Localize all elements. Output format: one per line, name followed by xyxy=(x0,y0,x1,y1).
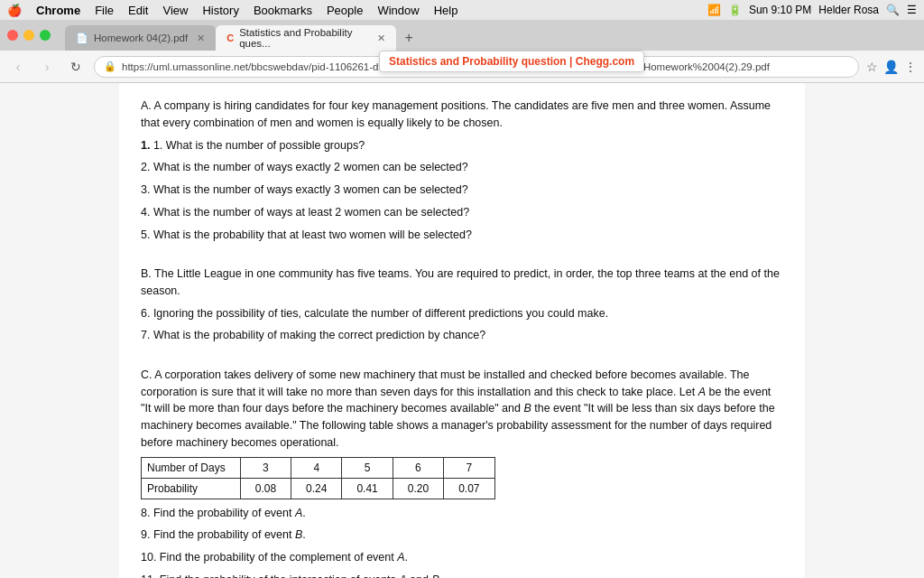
section-b-q6: 6. Ignoring the possibility of ties, cal… xyxy=(141,305,783,322)
section-a-q2: 2. What is the number of ways exactly 2 … xyxy=(141,159,783,176)
section-a-q3: 3. What is the number of ways exactly 3 … xyxy=(141,182,783,199)
chegg-tooltip: Statistics and Probability question | Ch… xyxy=(379,51,644,72)
section-a-q4: 4. What is the number of ways at least 2… xyxy=(141,204,783,221)
apple-menu[interactable]: 🍎 xyxy=(7,4,22,17)
account-icon[interactable]: 👤 xyxy=(883,60,899,74)
menu-window[interactable]: Window xyxy=(377,4,419,17)
table-days-6: 6 xyxy=(393,457,443,478)
battery-icon: 🔋 xyxy=(728,4,742,16)
tab-homework-pdf[interactable]: 📄 Homework 04(2).pdf ✕ xyxy=(65,25,216,51)
section-b-intro: B. The Little League in one community ha… xyxy=(141,266,783,300)
tab-close-2[interactable]: ✕ xyxy=(377,33,385,44)
section-c-intro: C. A corporation takes delivery of some … xyxy=(141,367,783,452)
menu-people[interactable]: People xyxy=(327,4,363,17)
minimize-button[interactable] xyxy=(23,30,34,41)
menu-chrome[interactable]: Chrome xyxy=(36,4,80,17)
menu-help[interactable]: Help xyxy=(434,4,458,17)
more-options-icon[interactable]: ⋮ xyxy=(904,60,917,74)
table-header-label: Number of Days xyxy=(142,457,241,478)
section-a-intro: A. A company is hiring candidates for fo… xyxy=(141,98,783,132)
tab-label-2: Statistics and Probability ques... xyxy=(239,27,368,49)
table-prob-3: 0.08 xyxy=(240,478,291,499)
time-display: Sun 9:10 PM xyxy=(749,4,811,16)
tab-label-1: Homework 04(2).pdf xyxy=(94,33,188,43)
close-button[interactable] xyxy=(7,30,18,41)
browser-content[interactable]: A. A company is hiring candidates for fo… xyxy=(0,83,924,578)
table-prob-label: Probability xyxy=(142,478,241,499)
section-c-q9: 9. Find the probability of event B. xyxy=(141,527,783,544)
menu-file[interactable]: File xyxy=(95,4,114,17)
tab-close-1[interactable]: ✕ xyxy=(197,33,205,44)
back-button[interactable]: ‹ xyxy=(7,60,29,74)
refresh-button[interactable]: ↻ xyxy=(65,60,87,74)
tab-statistics[interactable]: C Statistics and Probability ques... ✕ xyxy=(216,25,396,51)
table-prob-6: 0.20 xyxy=(393,478,443,499)
table-prob-5: 0.41 xyxy=(342,478,393,499)
section-c-q11: 11. Find the probability of the intersec… xyxy=(141,572,783,578)
section-c-q8: 8. Find the probability of event A. xyxy=(141,505,783,522)
forward-button[interactable]: › xyxy=(36,60,58,74)
lock-icon: 🔒 xyxy=(104,61,116,72)
section-b-q7: 7. What is the probability of making the… xyxy=(141,327,783,344)
wifi-icon: 📶 xyxy=(707,4,721,16)
section-a-q1: 1. 1. What is the number of possible gro… xyxy=(141,137,783,154)
table-prob-4: 0.24 xyxy=(291,478,342,499)
table-prob-7: 0.07 xyxy=(444,478,494,499)
menu-bar: 🍎 Chrome File Edit View History Bookmark… xyxy=(0,0,924,20)
notification-icon[interactable]: ☰ xyxy=(907,4,917,16)
new-tab-button[interactable]: + xyxy=(396,25,421,51)
window-controls xyxy=(0,26,58,44)
table-days-3: 3 xyxy=(240,457,291,478)
maximize-button[interactable] xyxy=(40,30,51,41)
menu-history[interactable]: History xyxy=(202,4,238,17)
section-a-q5: 5. What is the probability that at least… xyxy=(141,227,783,244)
pdf-favicon: 📄 xyxy=(76,33,88,44)
table-days-7: 7 xyxy=(444,457,494,478)
user-name: Helder Rosa xyxy=(818,4,879,16)
table-days-4: 4 xyxy=(291,457,342,478)
menu-edit[interactable]: Edit xyxy=(128,4,148,17)
search-icon[interactable]: 🔍 xyxy=(886,4,900,16)
probability-table: Number of Days 3 4 5 6 7 Probability 0.0… xyxy=(141,457,495,499)
table-days-5: 5 xyxy=(342,457,393,478)
page-body: A. A company is hiring candidates for fo… xyxy=(119,83,805,578)
section-c-q10: 10. Find the probability of the compleme… xyxy=(141,549,783,566)
bookmark-star-icon[interactable]: ☆ xyxy=(866,60,878,74)
chegg-favicon: C xyxy=(226,33,234,43)
menu-bookmarks[interactable]: Bookmarks xyxy=(254,4,312,17)
menu-view[interactable]: View xyxy=(162,4,188,17)
